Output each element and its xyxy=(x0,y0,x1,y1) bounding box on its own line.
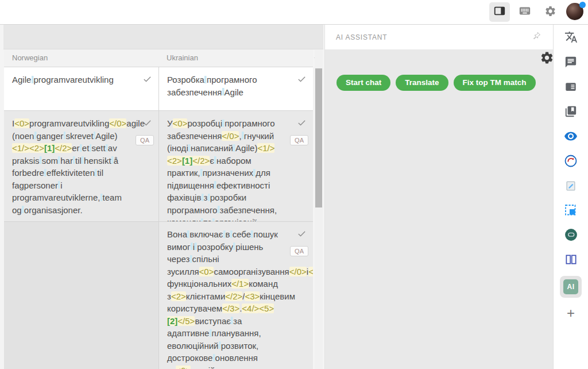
gear-icon[interactable] xyxy=(540,51,554,67)
editor-scrollbar-thumb[interactable] xyxy=(315,68,322,207)
segment-row: I<0>programvareutvikling</0>agile (noen … xyxy=(4,111,313,222)
sidebar-item-draft[interactable] xyxy=(561,177,581,196)
sidebar-item-revisions[interactable] xyxy=(561,152,581,171)
segment-text: У<0>розробці програмного забезпечення</0… xyxy=(167,118,277,221)
fix-top-tm-match-button[interactable]: Fix top TM match xyxy=(454,75,536,91)
sidebar-item-add-panel[interactable]: + xyxy=(561,303,581,322)
ai-assistant-icon: AI xyxy=(563,279,578,294)
target-language-header: Ukrainian xyxy=(159,49,198,67)
sidebar-item-preview[interactable] xyxy=(561,128,581,147)
sidebar-item-ai-assistant[interactable]: AI xyxy=(560,276,582,298)
keyboard-shortcuts-button[interactable] xyxy=(514,2,535,22)
approved-check-icon[interactable] xyxy=(296,118,307,131)
sidebar-item-screenshot[interactable] xyxy=(561,202,581,221)
tasks-icon xyxy=(564,228,578,244)
sidebar-item-glossary[interactable] xyxy=(561,103,581,122)
keyboard-shortcuts-icon xyxy=(519,5,531,20)
approved-check-icon[interactable] xyxy=(296,229,307,242)
user-menu[interactable] xyxy=(566,3,585,21)
layout-toggle-button[interactable] xyxy=(489,2,510,22)
ai-panel-header: AI ASSISTANT xyxy=(325,25,553,49)
segment-text: Розробка програмного забезпечення Agile xyxy=(167,75,257,97)
preview-icon xyxy=(564,129,578,145)
grid-header: Norwegian Ukrainian xyxy=(4,49,313,67)
editor-scrollbar-track[interactable] xyxy=(315,50,323,369)
segment-row: Agile programvareutvikling QA Розробка п… xyxy=(4,67,313,111)
ai-assistant-panel: AI ASSISTANT Start chat Translate Fix to… xyxy=(324,25,553,369)
settings-button[interactable] xyxy=(540,2,560,22)
start-chat-button[interactable]: Start chat xyxy=(336,75,390,91)
pin-icon[interactable] xyxy=(532,31,541,43)
segment-text: Agile programvareutvikling xyxy=(12,75,114,84)
ai-panel-title: AI ASSISTANT xyxy=(336,33,387,41)
plus-icon: + xyxy=(567,308,575,319)
translation-editor: Norwegian Ukrainian Agile programvareutv… xyxy=(0,25,324,369)
notification-dot xyxy=(579,2,586,8)
editor-toolbar-band xyxy=(3,25,323,49)
qa-issue-badge[interactable]: QA xyxy=(290,135,308,145)
approved-check-icon[interactable] xyxy=(142,118,153,131)
target-segment[interactable]: У<0>розробці програмного забезпечення</0… xyxy=(159,111,313,221)
translate-icon xyxy=(564,30,578,46)
revisions-icon xyxy=(564,154,578,170)
qa-issue-badge[interactable]: QA xyxy=(290,246,308,256)
target-segment[interactable]: Вона включає в себе пошук вимог і розроб… xyxy=(159,222,313,369)
translate-button[interactable]: Translate xyxy=(396,75,448,91)
sidebar-item-comments[interactable] xyxy=(561,53,581,72)
layout-toggle-icon xyxy=(493,5,506,20)
segment-row: QA Вона включає в себе пошук вимог і роз… xyxy=(4,222,313,369)
screenshot-icon xyxy=(564,203,578,220)
draft-icon xyxy=(564,179,577,194)
approved-check-icon[interactable] xyxy=(142,74,153,87)
translation-memory-icon xyxy=(564,80,577,95)
comments-icon xyxy=(564,56,577,71)
source-language-header: Norwegian xyxy=(4,49,159,67)
approved-check-icon[interactable] xyxy=(296,74,307,87)
sidebar-item-translate[interactable] xyxy=(561,29,581,48)
sidebar-item-translation-memory[interactable] xyxy=(561,78,581,97)
source-segment[interactable]: QA xyxy=(4,222,159,369)
sidebar-item-split-view[interactable] xyxy=(561,251,581,270)
ai-action-buttons: Start chat Translate Fix top TM match xyxy=(336,75,553,91)
target-segment[interactable]: Розробка програмного забезпечення Agile … xyxy=(159,67,313,110)
segments-grid: Norwegian Ukrainian Agile programvareutv… xyxy=(4,49,313,369)
source-segment[interactable]: I<0>programvareutvikling</0>agile (noen … xyxy=(4,111,159,221)
top-bar xyxy=(0,0,588,24)
split-view-icon xyxy=(564,253,578,268)
sidebar-item-tasks[interactable] xyxy=(561,226,581,245)
source-segment[interactable]: Agile programvareutvikling QA xyxy=(4,67,159,110)
ai-panel-body: Start chat Translate Fix top TM match xyxy=(325,49,553,369)
glossary-icon xyxy=(564,105,577,120)
qa-issue-badge[interactable]: QA xyxy=(136,135,154,145)
main-area: Norwegian Ukrainian Agile programvareutv… xyxy=(0,24,588,369)
tools-sidebar: AI + xyxy=(553,25,588,369)
settings-gear-icon xyxy=(544,5,556,20)
segment-text: I<0>programvareutvikling</0>agile (noen … xyxy=(12,118,145,215)
